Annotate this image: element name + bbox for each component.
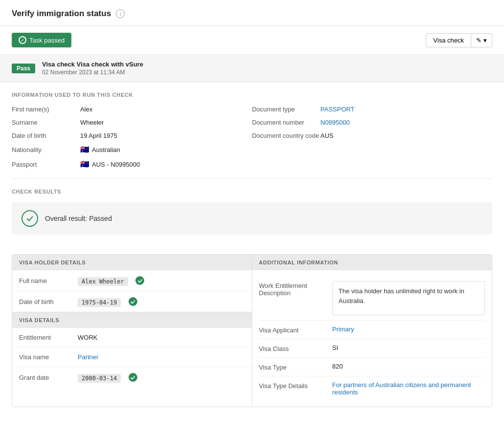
dob2-code: 1975-04-19 — [78, 298, 121, 307]
firstname-key: First name(s) — [12, 106, 80, 113]
table-row: Date of birth 1975-04-19 — [12, 291, 252, 312]
right-toolbar: Visa check ✎ ▾ — [426, 33, 492, 47]
visa-holder-rows: Full name Alex Wheeler Date of birth 197… — [12, 270, 252, 312]
info-row-doctype: Document type PASSPORT — [252, 106, 493, 113]
grantdate-check-icon — [129, 373, 137, 382]
info-row-firstname: First name(s) Alex — [12, 106, 252, 113]
docnum-val: N0995000 — [321, 119, 350, 126]
fullname-code: Alex Wheeler — [78, 277, 128, 286]
pass-badge: Pass — [12, 64, 35, 73]
dob2-check-icon — [129, 297, 137, 306]
result-check-icon — [22, 210, 38, 227]
table-row: Visa name Partner — [12, 348, 252, 367]
checkmark-icon: ✓ — [19, 36, 26, 44]
page-container: Verify immigration status i ✓ Task passe… — [0, 0, 504, 435]
details-grid: VISA HOLDER DETAILS Full name Alex Wheel… — [12, 254, 492, 407]
grantdate-key: Grant date — [19, 374, 78, 381]
visa-check-button[interactable]: Visa check — [426, 33, 471, 47]
table-row: Grant date 2000-03-14 — [12, 367, 252, 388]
table-row: Full name Alex Wheeler — [12, 270, 252, 291]
header: Verify immigration status i — [0, 0, 504, 26]
info-row-surname: Surname Wheeler — [12, 119, 252, 126]
info-grid: First name(s) Alex Surname Wheeler Date … — [12, 106, 492, 169]
info-row-doccc: Document country code AUS — [252, 132, 493, 139]
doctype-key: Document type — [252, 106, 321, 113]
additional-rows: Work EntitlementDescription The visa hol… — [252, 270, 492, 407]
visa-type-details-val: For partners of Australian citizens and … — [332, 381, 485, 396]
visa-class-key: Visa Class — [259, 344, 332, 352]
info-icon[interactable]: i — [116, 9, 125, 18]
fullname-key: Full name — [19, 277, 78, 284]
additional-info-heading: ADDITIONAL INFORMATION — [252, 255, 492, 270]
pass-banner-title: Visa check Visa check with vSure — [42, 61, 143, 68]
visa-class-row: Visa Class SI — [259, 339, 485, 358]
pass-banner-content: Visa check Visa check with vSure 02 Nove… — [42, 61, 143, 76]
dob-val: 19 April 1975 — [80, 132, 117, 139]
work-entitlement-row: Work EntitlementDescription The visa hol… — [259, 276, 485, 321]
visa-type-details-key: Visa Type Details — [259, 381, 332, 390]
work-entitlement-val: The visa holder has unlimited right to w… — [332, 281, 485, 315]
visaname-val: Partner — [78, 353, 99, 361]
dob2-key: Date of birth — [19, 298, 78, 305]
visa-type-details-row: Visa Type Details For partners of Austra… — [259, 376, 485, 401]
pass-banner-date: 02 November 2023 at 11:34 AM — [42, 69, 143, 76]
visa-holder-details-heading: VISA HOLDER DETAILS — [12, 255, 252, 270]
visa-details-heading: VISA DETAILS — [12, 312, 252, 328]
page-title: Verify immigration status — [12, 9, 111, 19]
info-left-col: First name(s) Alex Surname Wheeler Date … — [12, 106, 252, 169]
au-flag-icon: 🇦🇺 — [80, 145, 89, 153]
visaname-key: Visa name — [19, 353, 78, 361]
visa-type-val: 820 — [332, 363, 343, 370]
entitlement-key: Entitlement — [19, 334, 78, 341]
entitlement-val: WORK — [78, 334, 97, 341]
info-right-col: Document type PASSPORT Document number N… — [252, 106, 493, 169]
check-results-section: CHECK RESULTS Overall result: Passed — [0, 179, 504, 254]
doccc-val: AUS — [321, 132, 334, 139]
chevron-down-icon: ▾ — [483, 37, 487, 44]
information-section-heading: INFORMATION USED TO RUN THIS CHECK — [12, 92, 492, 98]
visa-applicant-key: Visa Applicant — [259, 326, 332, 334]
passport-key: Passport — [12, 161, 80, 168]
surname-val: Wheeler — [80, 119, 104, 126]
details-left: VISA HOLDER DETAILS Full name Alex Wheel… — [12, 255, 252, 407]
grantdate-val: 2000-03-14 — [78, 373, 137, 382]
nationality-key: Nationality — [12, 146, 80, 153]
nationality-val: 🇦🇺Australian — [80, 145, 120, 154]
info-row-dob: Date of birth 19 April 1975 — [12, 132, 252, 139]
firstname-val: Alex — [80, 106, 92, 113]
task-passed-button[interactable]: ✓ Task passed — [12, 33, 71, 47]
dob2-val: 1975-04-19 — [78, 297, 137, 306]
information-section: INFORMATION USED TO RUN THIS CHECK First… — [0, 82, 504, 178]
visa-class-val: SI — [332, 344, 338, 351]
task-passed-label: Task passed — [29, 37, 65, 44]
doccc-key: Document country code — [252, 132, 321, 139]
table-row: Entitlement WORK — [12, 328, 252, 348]
toolbar: ✓ Task passed Visa check ✎ ▾ — [0, 26, 504, 55]
au-flag2-icon: 🇦🇺 — [80, 160, 89, 168]
grantdate-code: 2000-03-14 — [78, 374, 121, 383]
check-results-heading: CHECK RESULTS — [12, 189, 492, 195]
dob-key: Date of birth — [12, 132, 80, 139]
visa-type-key: Visa Type — [259, 363, 332, 371]
visa-details-rows: Entitlement WORK Visa name Partner Grant… — [12, 328, 252, 388]
pass-banner: Pass Visa check Visa check with vSure 02… — [0, 55, 504, 82]
passport-val: 🇦🇺AUS - N0995000 — [80, 160, 140, 169]
visa-applicant-val: Primary — [332, 326, 354, 333]
fullname-check-icon — [135, 276, 144, 285]
info-row-passport: Passport 🇦🇺AUS - N0995000 — [12, 160, 252, 169]
overall-result-text: Overall result: Passed — [45, 215, 112, 222]
visa-applicant-row: Visa Applicant Primary — [259, 321, 485, 339]
doctype-val: PASSPORT — [321, 106, 355, 113]
info-row-nationality: Nationality 🇦🇺Australian — [12, 145, 252, 154]
surname-key: Surname — [12, 119, 80, 126]
work-entitlement-key: Work EntitlementDescription — [259, 281, 332, 297]
visa-type-row: Visa Type 820 — [259, 358, 485, 376]
info-row-docnum: Document number N0995000 — [252, 119, 493, 126]
fullname-val: Alex Wheeler — [78, 276, 144, 285]
result-box: Overall result: Passed — [12, 202, 492, 235]
edit-icon: ✎ — [476, 37, 482, 44]
additional-col: ADDITIONAL INFORMATION Work EntitlementD… — [252, 255, 492, 407]
docnum-key: Document number — [252, 119, 321, 126]
edit-button[interactable]: ✎ ▾ — [471, 33, 492, 47]
